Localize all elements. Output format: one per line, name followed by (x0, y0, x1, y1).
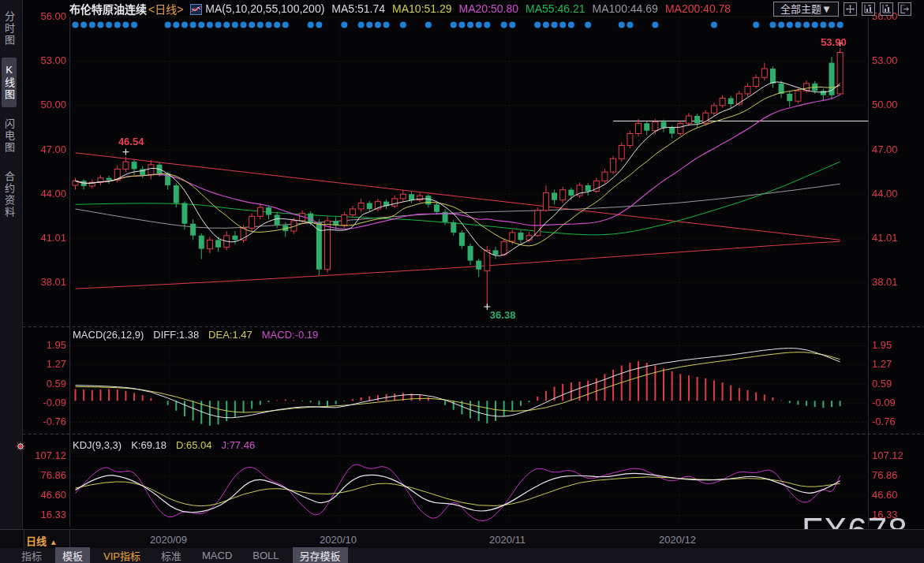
price-axis-label: 38.01 (872, 276, 919, 288)
period-tag: <日线> (148, 1, 183, 17)
ma100-value: MA100:44.69 (593, 2, 658, 15)
macd-header: MACD(26,12,9) DIFF:1.38 DEA:1.47 MACD:-0… (73, 329, 318, 341)
sidebar-item-lightning-chart[interactable]: 闪电图 (2, 112, 17, 160)
pan-icon[interactable] (844, 2, 857, 16)
divider (69, 530, 70, 549)
price-axis-label: 53.00 (872, 54, 919, 66)
x-axis-row: 日线 ▲ 2020/09 2020/10 2020/11 2020/12 (0, 529, 924, 549)
tab-indicators[interactable]: 指标 (14, 547, 49, 563)
price-axis-label: 107.12 (872, 449, 919, 461)
low-price-annotation: 36.38 (490, 309, 516, 321)
ma-params: MA(5,10,20,55,100,200) (205, 2, 324, 15)
kdj-j-value: J:77.46 (222, 439, 256, 451)
sidebar-item-kline-chart[interactable]: K线图 (2, 58, 17, 107)
x-axis-label: 2020/11 (489, 534, 526, 546)
tab-boll[interactable]: BOLL (245, 549, 286, 562)
zoom-out-axis-icon[interactable] (880, 2, 893, 16)
divider (24, 530, 24, 549)
price-axis-label: 46.60 (872, 489, 919, 501)
price-axis-label: -0.76 (872, 416, 919, 427)
price-axis-label: 1.27 (872, 358, 919, 370)
x-axis-label: 2020/10 (320, 534, 357, 546)
symbol-name: 布伦特原油连续 (69, 1, 147, 17)
price-axis-label: -0.09 (872, 397, 919, 408)
tab-save-template[interactable]: 另存模板 (293, 547, 348, 563)
indicator-tab-bar: 指标 模板 VIP指标 标准 MACD BOLL 另存模板 (0, 548, 924, 563)
price-axis-label: 76.86 (872, 469, 919, 481)
x-axis-label: 2020/12 (659, 534, 696, 546)
ma200-value: MA200:40.78 (665, 2, 731, 15)
price-axis-label: 41.01 (872, 232, 919, 244)
x-axis-label: 2020/09 (150, 534, 187, 546)
tab-macd[interactable]: MACD (195, 549, 239, 562)
kdj-header: KDJ(9,3,3) K:69.18 D:65.04 J:77.46 (73, 439, 255, 451)
price-axis-label: 16.33 (872, 509, 919, 520)
price-axis-label: 1.95 (872, 339, 919, 351)
kdj-d-value: D:65.04 (176, 439, 212, 451)
ma10-value: MA10:51.29 (392, 2, 452, 15)
chart-icon (190, 4, 202, 15)
macd-hist-value: MACD:-0.19 (262, 329, 319, 341)
ma5-value: MA5:51.74 (331, 2, 385, 15)
exit-window-icon[interactable] (898, 2, 911, 16)
price-axis-label: 50.00 (872, 99, 919, 110)
price-axis-label: 47.00 (872, 144, 919, 155)
chart-canvas[interactable] (0, 0, 924, 563)
kdj-settings-icon[interactable] (16, 440, 25, 449)
last-price-annotation: 53.90 (821, 36, 847, 48)
ma55-value: MA55:46.21 (526, 2, 585, 15)
kdj-k-value: K:69.18 (131, 439, 166, 451)
macd-dea-value: DEA:1.47 (208, 329, 253, 341)
tab-templates[interactable]: 模板 (55, 547, 90, 563)
caret-up-icon: ▲ (50, 538, 58, 546)
chart-title-bar: 布伦特原油连续 <日线> MA(5,10,20,55,100,200) MA5:… (69, 2, 731, 16)
sidebar-item-time-chart[interactable]: 分时图 (2, 5, 17, 53)
zoom-in-axis-icon[interactable] (862, 2, 875, 16)
high-price-annotation: 46.54 (118, 136, 144, 147)
tab-standard[interactable]: 标准 (154, 547, 189, 563)
sidebar-item-contract-info[interactable]: 合约资料 (2, 165, 17, 225)
theme-dropdown-button[interactable]: 全部主题▼ (773, 2, 839, 17)
trading-app-window: 分时图 K线图 闪电图 合约资料 布伦特原油连续 <日线> MA(5,10,20… (0, 0, 924, 563)
price-axis-label: 44.00 (872, 188, 919, 199)
ma20-value: MA20:50.80 (459, 2, 519, 15)
macd-diff-value: DIFF:1.38 (153, 329, 199, 341)
tab-vip-indicators[interactable]: VIP指标 (96, 547, 148, 563)
kdj-name[interactable]: KDJ(9,3,3) (73, 439, 122, 451)
period-selector[interactable]: 日线 ▲ (26, 533, 58, 548)
macd-name[interactable]: MACD(26,12,9) (73, 329, 144, 341)
price-axis-label: 0.59 (872, 378, 919, 390)
chart-toolbar: 全部主题▼ (773, 2, 911, 17)
chart-type-sidebar: 分时图 K线图 闪电图 合约资料 (0, 0, 23, 563)
